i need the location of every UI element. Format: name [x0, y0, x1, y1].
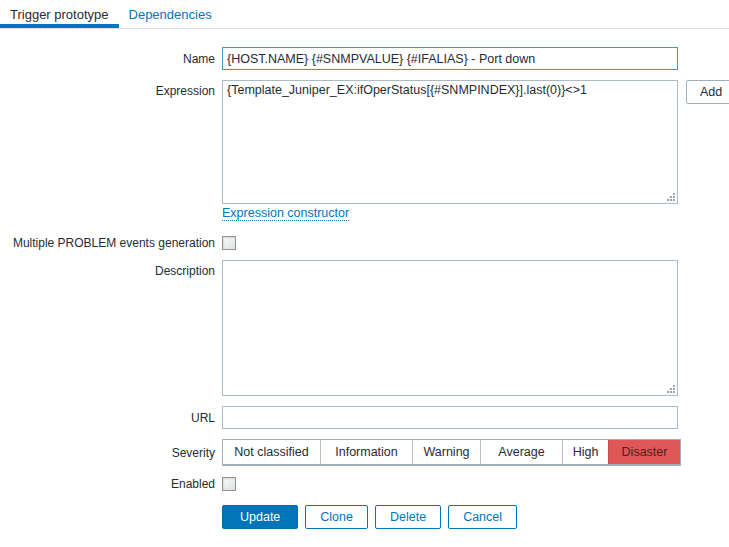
severity-row: Severity Not classified Information Warn…: [0, 439, 729, 466]
delete-button[interactable]: Delete: [375, 505, 441, 529]
description-row: Description: [0, 260, 729, 396]
enabled-label: Enabled: [0, 477, 215, 491]
multiple-problem-row: Multiple PROBLEM events generation: [0, 235, 729, 250]
name-row: Name: [0, 47, 729, 70]
severity-average-button[interactable]: Average: [480, 440, 562, 464]
cancel-button[interactable]: Cancel: [448, 505, 517, 529]
url-label: URL: [0, 411, 215, 425]
resize-grip-icon[interactable]: [666, 384, 676, 394]
severity-high-button[interactable]: High: [562, 440, 608, 464]
tab-dependencies[interactable]: Dependencies: [119, 0, 222, 28]
multiple-problem-label: Multiple PROBLEM events generation: [0, 236, 215, 250]
url-input[interactable]: [222, 406, 678, 429]
resize-grip-icon[interactable]: [666, 192, 676, 202]
clone-button[interactable]: Clone: [305, 505, 368, 529]
name-label: Name: [0, 52, 215, 66]
severity-not-classified-button[interactable]: Not classified: [223, 440, 320, 464]
expression-constructor-row: Expression constructor: [0, 206, 729, 221]
expression-label: Expression: [0, 80, 215, 98]
tab-bar: Trigger prototypeDependencies: [0, 0, 729, 29]
multiple-problem-checkbox[interactable]: [222, 236, 236, 250]
enabled-checkbox[interactable]: [222, 477, 236, 491]
update-button[interactable]: Update: [222, 505, 298, 529]
description-textarea[interactable]: [222, 260, 678, 396]
add-button[interactable]: Add: [686, 80, 729, 104]
tab-trigger-prototype[interactable]: Trigger prototype: [0, 0, 119, 28]
severity-disaster-button[interactable]: Disaster: [608, 440, 680, 464]
name-input[interactable]: [222, 47, 678, 70]
expression-constructor-link[interactable]: Expression constructor: [222, 206, 349, 221]
enabled-row: Enabled: [0, 476, 729, 491]
severity-button-group: Not classified Information Warning Avera…: [222, 439, 681, 466]
description-label: Description: [0, 260, 215, 278]
url-row: URL: [0, 406, 729, 429]
severity-label: Severity: [0, 446, 215, 460]
severity-information-button[interactable]: Information: [320, 440, 412, 464]
expression-textarea[interactable]: {Template_Juniper_EX:ifOperStatus[{#SNMP…: [222, 80, 678, 204]
trigger-prototype-form: Name Expression {Template_Juniper_EX:ifO…: [0, 29, 729, 529]
form-actions-row: Update Clone Delete Cancel: [0, 505, 729, 529]
expression-row: Expression {Template_Juniper_EX:ifOperSt…: [0, 80, 729, 204]
severity-warning-button[interactable]: Warning: [412, 440, 480, 464]
